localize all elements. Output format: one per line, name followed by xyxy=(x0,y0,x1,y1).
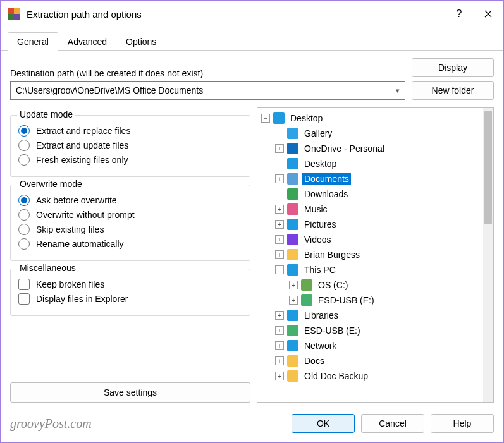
help-button[interactable]: ? xyxy=(445,1,474,27)
close-button[interactable] xyxy=(474,1,503,27)
update-mode-option-0[interactable]: Extract and replace files xyxy=(18,125,242,137)
tree-node-label: Pictures xyxy=(302,219,338,230)
tree-node[interactable]: −This PC xyxy=(257,262,483,277)
update-mode-group: Update mode Extract and replace filesExt… xyxy=(10,115,250,177)
tree-node[interactable]: +Music xyxy=(257,202,483,217)
expand-icon[interactable]: + xyxy=(275,356,284,365)
tree-node[interactable]: +Documents xyxy=(257,171,483,186)
update-mode-option-2[interactable]: Fresh existing files only xyxy=(18,154,242,166)
title-bar: Extraction path and options ? xyxy=(1,1,503,27)
misc-label-1: Display files in Explorer xyxy=(36,294,128,304)
pictures-icon xyxy=(287,219,298,230)
expand-icon[interactable]: + xyxy=(275,326,284,335)
update-mode-option-1[interactable]: Extract and update files xyxy=(18,140,242,151)
extraction-dialog: Extraction path and options ? General Ad… xyxy=(0,0,504,443)
radio-icon[interactable] xyxy=(18,125,30,137)
display-button[interactable]: Display xyxy=(412,58,494,77)
window-title: Extraction path and options xyxy=(27,9,445,20)
radio-icon[interactable] xyxy=(18,140,30,151)
expand-icon[interactable]: + xyxy=(289,281,298,289)
gallery-icon xyxy=(287,128,298,139)
tree-node[interactable]: +Videos xyxy=(257,232,483,247)
miscellaneous-legend: Miscellaneous xyxy=(17,263,78,273)
documents-icon xyxy=(287,173,298,185)
expand-icon[interactable]: + xyxy=(275,311,284,320)
tree-node-label: Desktop xyxy=(288,112,324,124)
tree-node[interactable]: +Pictures xyxy=(257,217,483,232)
destination-path-combobox[interactable]: C:\Users\groov\OneDrive\MS Office Docume… xyxy=(10,81,405,100)
tree-node[interactable]: −Desktop xyxy=(257,111,483,126)
tab-general[interactable]: General xyxy=(8,32,58,51)
tree-node[interactable]: +Old Doc Backup xyxy=(257,368,483,384)
collapse-icon[interactable]: − xyxy=(261,114,270,123)
usb-icon xyxy=(287,325,298,336)
overwrite-mode-option-3[interactable]: Rename automatically xyxy=(18,238,242,250)
checkbox-icon[interactable] xyxy=(18,279,30,290)
scrollbar-thumb[interactable] xyxy=(484,111,492,224)
overwrite-mode-option-1[interactable]: Overwrite without prompt xyxy=(18,209,242,221)
expand-icon[interactable]: + xyxy=(275,205,284,214)
destination-path-label: Destination path (will be created if doe… xyxy=(10,68,405,78)
network-icon xyxy=(287,340,298,351)
tree-node-label: Gallery xyxy=(302,128,334,139)
expand-icon[interactable]: + xyxy=(275,174,284,183)
expand-icon[interactable]: + xyxy=(275,341,284,350)
tree-node[interactable]: Gallery xyxy=(257,126,483,141)
update-mode-label-2: Fresh existing files only xyxy=(36,155,128,165)
miscellaneous-group: Miscellaneous Keep broken filesDisplay f… xyxy=(10,269,250,316)
expand-icon[interactable]: + xyxy=(289,296,298,305)
tree-node[interactable]: +Libraries xyxy=(257,308,483,323)
radio-icon[interactable] xyxy=(18,224,30,235)
tab-options[interactable]: Options xyxy=(116,32,166,51)
save-settings-button[interactable]: Save settings xyxy=(10,382,250,403)
tree-node-label: Network xyxy=(302,340,338,351)
tree-scrollbar[interactable] xyxy=(483,108,493,402)
radio-icon[interactable] xyxy=(18,154,30,166)
tree-node[interactable]: +ESD-USB (E:) xyxy=(257,293,483,308)
tree-node-label: ESD-USB (E:) xyxy=(302,325,362,336)
tree-node-label: Desktop xyxy=(302,158,338,169)
tree-node-label: Music xyxy=(302,203,329,215)
radio-icon[interactable] xyxy=(18,195,30,206)
cancel-button[interactable]: Cancel xyxy=(361,414,424,433)
misc-option-1[interactable]: Display files in Explorer xyxy=(18,293,242,305)
tree-node-label: Old Doc Backup xyxy=(302,370,370,382)
tab-advanced[interactable]: Advanced xyxy=(58,32,116,51)
overwrite-mode-option-2[interactable]: Skip existing files xyxy=(18,224,242,235)
tree-node[interactable]: +OneDrive - Personal xyxy=(257,141,483,156)
update-mode-label-1: Extract and update files xyxy=(36,140,128,150)
overwrite-mode-option-0[interactable]: Ask before overwrite xyxy=(18,195,242,206)
tree-node[interactable]: +Brian Burgess xyxy=(257,247,483,262)
expand-icon[interactable]: + xyxy=(275,220,284,229)
overwrite-mode-label-3: Rename automatically xyxy=(36,239,124,249)
misc-label-0: Keep broken files xyxy=(36,279,104,289)
expander-spacer xyxy=(275,190,284,198)
expand-icon[interactable]: + xyxy=(275,250,284,259)
expand-icon[interactable]: + xyxy=(275,235,284,244)
new-folder-button[interactable]: New folder xyxy=(412,81,494,100)
expander-spacer xyxy=(275,129,284,138)
tree-node[interactable]: +Network xyxy=(257,338,483,353)
checkbox-icon[interactable] xyxy=(18,293,30,305)
expand-icon[interactable]: + xyxy=(275,372,284,380)
radio-icon[interactable] xyxy=(18,209,30,221)
folder-icon xyxy=(287,355,298,367)
overwrite-mode-group: Overwrite mode Ask before overwriteOverw… xyxy=(10,185,250,261)
radio-icon[interactable] xyxy=(18,238,30,250)
misc-option-0[interactable]: Keep broken files xyxy=(18,279,242,290)
overwrite-mode-label-0: Ask before overwrite xyxy=(36,195,117,205)
expand-icon[interactable]: + xyxy=(275,144,284,153)
tree-node[interactable]: Downloads xyxy=(257,186,483,202)
ok-button[interactable]: OK xyxy=(292,414,355,433)
tree-node[interactable]: +Docs xyxy=(257,353,483,368)
tree-node-label: Documents xyxy=(302,173,351,185)
folder-icon xyxy=(287,370,298,382)
tree-node[interactable]: +ESD-USB (E:) xyxy=(257,323,483,338)
expander-spacer xyxy=(275,159,284,168)
tree-node[interactable]: Desktop xyxy=(257,156,483,171)
tree-node[interactable]: +OS (C:) xyxy=(257,277,483,293)
help-footer-button[interactable]: Help xyxy=(431,414,494,433)
tree-node-label: Brian Burgess xyxy=(302,249,362,260)
collapse-icon[interactable]: − xyxy=(275,265,284,274)
tree-node-label: OS (C:) xyxy=(316,279,350,291)
